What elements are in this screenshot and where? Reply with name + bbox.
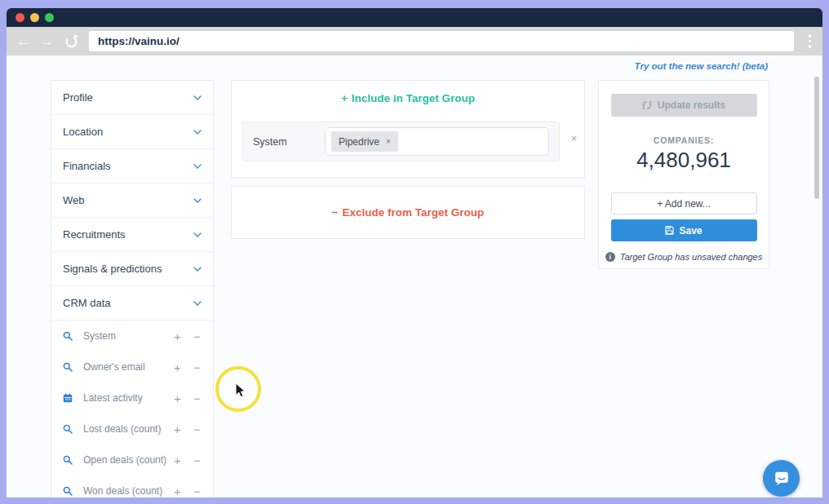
chat-bubble-icon xyxy=(773,470,791,488)
remove-tag-icon[interactable]: × xyxy=(386,137,391,146)
chevron-down-icon xyxy=(193,232,202,237)
mouse-cursor xyxy=(235,382,247,399)
pipedrive-tag: Pipedrive × xyxy=(331,131,398,152)
unsaved-changes-note: i Target Group has unsaved changes xyxy=(599,252,769,262)
include-target-group-header[interactable]: + Include in Target Group xyxy=(232,92,584,104)
include-filter-button[interactable]: + xyxy=(171,329,184,343)
add-new-label: + Add new... xyxy=(657,198,711,210)
exclude-filter-button[interactable]: − xyxy=(191,391,203,405)
exclude-target-group-header[interactable]: − Exclude from Target Group xyxy=(332,206,485,219)
browser-menu-icon[interactable] xyxy=(804,31,817,51)
unsaved-changes-text: Target Group has unsaved changes xyxy=(620,252,763,262)
exclude-filter-button[interactable]: − xyxy=(191,484,203,498)
crm-field-system[interactable]: System + − xyxy=(51,321,213,351)
browser-window: ← → https://vainu.io/ Try out the new se… xyxy=(7,8,822,497)
tag-label: Pipedrive xyxy=(339,136,379,148)
sidebar-item-recruitments[interactable]: Recruitments xyxy=(51,218,213,252)
plus-icon: + xyxy=(341,92,348,104)
forward-icon[interactable]: → xyxy=(40,34,54,48)
field-label: Owner's email xyxy=(83,361,171,373)
category-label: Financials xyxy=(63,160,111,172)
field-label: Latest activity xyxy=(83,392,171,404)
sidebar-item-location[interactable]: Location xyxy=(51,115,213,149)
crm-field-won-deals[interactable]: Won deals (count) + − xyxy=(51,475,213,497)
browser-toolbar: ← → https://vainu.io/ xyxy=(7,27,822,55)
exclude-filter-button[interactable]: − xyxy=(191,360,203,374)
update-results-label: Update results xyxy=(658,99,725,111)
page-scrollbar[interactable] xyxy=(814,59,819,493)
category-label: Recruitments xyxy=(63,228,126,241)
system-filter-row: System Pipedrive × xyxy=(242,122,560,161)
sidebar-item-profile[interactable]: Profile xyxy=(51,81,213,115)
field-label: System xyxy=(83,330,171,342)
url-bar[interactable]: https://vainu.io/ xyxy=(89,31,794,51)
include-filter-button[interactable]: + xyxy=(171,484,184,498)
category-label: Location xyxy=(63,126,103,138)
chevron-down-icon xyxy=(193,301,202,306)
exclude-title: Exclude from Target Group xyxy=(343,206,485,219)
minus-icon: − xyxy=(332,206,339,219)
url-text: https://vainu.io/ xyxy=(98,35,180,47)
close-window-button[interactable] xyxy=(16,13,24,22)
exclude-target-group-panel: − Exclude from Target Group xyxy=(231,186,585,239)
field-label: Won deals (count) xyxy=(83,485,171,497)
scrollbar-thumb[interactable] xyxy=(814,77,819,199)
chevron-down-icon xyxy=(193,198,202,203)
save-button[interactable]: Save xyxy=(611,219,757,241)
include-filter-button[interactable]: + xyxy=(171,453,184,467)
search-icon xyxy=(63,331,73,341)
new-search-link[interactable]: Try out the new search! (beta) xyxy=(635,61,768,71)
exclude-filter-button[interactable]: − xyxy=(191,453,203,467)
search-icon xyxy=(63,486,73,496)
chevron-down-icon xyxy=(193,267,202,272)
include-filter-button[interactable]: + xyxy=(171,422,184,436)
category-label: CRM data xyxy=(63,297,111,309)
refresh-icon xyxy=(64,33,79,49)
page-content: Try out the new search! (beta) Profile L… xyxy=(7,55,822,497)
minimize-window-button[interactable] xyxy=(30,13,39,22)
category-label: Profile xyxy=(63,91,93,104)
crm-field-latest-activity[interactable]: Latest activity + − xyxy=(51,382,213,413)
sidebar-item-web[interactable]: Web xyxy=(51,183,213,218)
crm-field-lost-deals[interactable]: Lost deals (count) + − xyxy=(51,413,213,444)
search-icon xyxy=(63,424,73,434)
filters-sidebar: Profile Location Financials Web Recruitm… xyxy=(51,80,214,497)
exclude-filter-button[interactable]: − xyxy=(191,329,203,343)
system-filter-input[interactable]: Pipedrive × xyxy=(325,127,549,156)
info-icon: i xyxy=(605,252,615,262)
sync-icon xyxy=(642,100,652,110)
companies-count: 4,480,961 xyxy=(599,148,769,173)
include-filter-button[interactable]: + xyxy=(171,360,184,374)
crm-field-owners-email[interactable]: Owner's email + − xyxy=(51,351,213,382)
include-filter-button[interactable]: + xyxy=(171,391,184,405)
include-title: Include in Target Group xyxy=(352,92,475,104)
exclude-filter-button[interactable]: − xyxy=(191,422,203,436)
sidebar-item-financials[interactable]: Financials xyxy=(51,149,213,183)
field-label: Lost deals (count) xyxy=(83,423,171,435)
chat-launcher-button[interactable] xyxy=(763,460,800,497)
crm-field-open-deals[interactable]: Open deals (count) + − xyxy=(51,444,213,475)
chevron-down-icon xyxy=(193,130,202,135)
sidebar-item-crm-data[interactable]: CRM data xyxy=(51,286,213,321)
titlebar xyxy=(7,8,822,27)
zoom-window-button[interactable] xyxy=(45,13,54,22)
remove-filter-row-icon[interactable]: × xyxy=(571,133,577,144)
save-label: Save xyxy=(679,225,702,237)
search-icon xyxy=(63,362,73,372)
results-panel: Update results COMPANIES: 4,480,961 + Ad… xyxy=(598,80,769,269)
companies-label: COMPANIES: xyxy=(599,135,769,145)
category-label: Web xyxy=(63,194,85,206)
filter-label: System xyxy=(253,136,325,148)
include-target-group-panel: + Include in Target Group System Pipedri… xyxy=(231,80,585,178)
chevron-down-icon xyxy=(193,164,202,169)
add-new-button[interactable]: + Add new... xyxy=(611,192,757,214)
back-icon[interactable]: ← xyxy=(16,34,30,48)
click-highlight-ring xyxy=(215,366,261,412)
refresh-icon[interactable] xyxy=(64,33,79,49)
save-icon xyxy=(665,226,674,235)
field-label: Open deals (count) xyxy=(83,454,171,466)
chevron-down-icon xyxy=(193,95,202,100)
calendar-icon xyxy=(63,393,73,403)
sidebar-item-signals-predictions[interactable]: Signals & predictions xyxy=(51,252,213,286)
update-results-button[interactable]: Update results xyxy=(611,94,757,117)
